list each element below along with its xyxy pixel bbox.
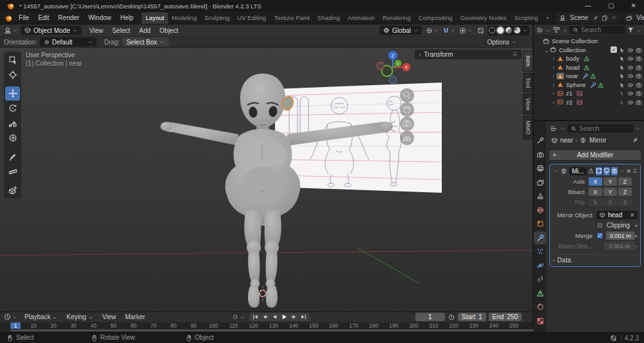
- editor-type-chevron[interactable]: [12, 27, 18, 34]
- axis-x-button[interactable]: X: [589, 177, 602, 186]
- shading-solid-button[interactable]: [497, 27, 504, 34]
- outliner-search-input[interactable]: Search: [569, 26, 625, 34]
- jump-to-start-button[interactable]: [251, 313, 260, 321]
- shading-wireframe-button[interactable]: [489, 27, 495, 34]
- properties-search-input[interactable]: Search: [567, 124, 633, 133]
- pointer-toggle-icon[interactable]: [619, 81, 625, 88]
- xray-toggle-icon[interactable]: [477, 27, 484, 34]
- display-edit-mode-toggle[interactable]: [596, 167, 602, 175]
- filter-funnel-icon[interactable]: [627, 26, 634, 34]
- camera-toggle-icon[interactable]: [636, 81, 642, 88]
- properties-tab-world[interactable]: [534, 204, 546, 217]
- pan-hand-button[interactable]: [400, 103, 414, 117]
- orientation-dropdown[interactable]: Global: [379, 26, 422, 35]
- shading-rendered-button[interactable]: [514, 27, 520, 34]
- workspace-tab-sculpting[interactable]: Sculpting: [200, 12, 233, 24]
- properties-tab-constraints[interactable]: [534, 273, 546, 286]
- outliner-row-scene-collection[interactable]: Scene Collection: [534, 37, 644, 46]
- bisect-y-button[interactable]: Y: [603, 188, 617, 196]
- play-reverse-button[interactable]: [270, 313, 279, 321]
- eye-toggle-icon[interactable]: [627, 64, 634, 71]
- viewlayer-browse-icon[interactable]: [626, 15, 632, 21]
- viewlayer-selector[interactable]: ViewLayer ✕: [623, 13, 644, 23]
- bisect-distance-field[interactable]: 0.001 m: [604, 242, 634, 250]
- workspace-tab-animation[interactable]: Animation: [344, 12, 379, 24]
- auto-keying-button[interactable]: [232, 313, 239, 320]
- display-on-cage-toggle[interactable]: [588, 167, 594, 175]
- properties-tab-texture[interactable]: [534, 315, 546, 328]
- workspace-tab-shading[interactable]: Shading: [314, 12, 344, 24]
- maximize-button[interactable]: ▢: [608, 0, 614, 12]
- gizmo-x-neg[interactable]: [377, 63, 384, 70]
- properties-tab-scene[interactable]: [534, 190, 546, 202]
- workspace-tab-rendering[interactable]: Rendering: [379, 12, 415, 24]
- tool-add-cube-button[interactable]: [5, 183, 20, 197]
- data-subpanel-header[interactable]: › Data: [553, 254, 638, 264]
- camera-view-button[interactable]: [400, 117, 414, 131]
- tool-transform-button[interactable]: [5, 131, 20, 145]
- modifier-close-button[interactable]: ✕: [626, 168, 631, 175]
- pin-scene-icon[interactable]: [591, 14, 600, 23]
- eye-toggle-icon[interactable]: [627, 72, 634, 79]
- tool-cursor-button[interactable]: [5, 68, 20, 82]
- sidebar-tab-item[interactable]: Item: [523, 51, 533, 72]
- add-workspace-tab[interactable]: +: [542, 12, 553, 24]
- properties-tab-tool[interactable]: [534, 134, 546, 147]
- viewport-menu-object[interactable]: Object: [155, 26, 183, 35]
- drag-select-dropdown[interactable]: Select Box: [122, 37, 169, 46]
- sidebar-tab-tool[interactable]: Tool: [523, 73, 533, 93]
- close-button[interactable]: ✕: [631, 0, 636, 12]
- outliner-row-z2[interactable]: › z2: [534, 98, 644, 107]
- scene-browse-icon[interactable]: [559, 14, 566, 21]
- previous-keyframe-button[interactable]: [260, 313, 270, 321]
- properties-tab-material[interactable]: [534, 300, 546, 313]
- scene-selector[interactable]: Scene ✕: [556, 13, 620, 23]
- flip-z-button[interactable]: Z: [618, 198, 632, 206]
- snap-magnet-icon[interactable]: [442, 27, 450, 34]
- jump-to-end-button[interactable]: [299, 313, 308, 321]
- perspective-toggle-button[interactable]: [400, 131, 414, 145]
- menu-help[interactable]: Help: [116, 13, 138, 23]
- viewport-3d[interactable]: Z Y X: [0, 48, 533, 311]
- camera-toggle-icon[interactable]: [636, 72, 642, 79]
- workspace-tab-layout[interactable]: Layout: [142, 12, 168, 24]
- filter-type-icon[interactable]: [553, 26, 560, 34]
- workspace-tab-uv-editing[interactable]: UV Editing: [234, 12, 270, 24]
- eye-toggle-icon[interactable]: [627, 99, 634, 106]
- options-dropdown[interactable]: Options: [484, 37, 521, 46]
- properties-tab-modifiers[interactable]: [534, 231, 546, 244]
- outliner-row-collection[interactable]: ⌄ Collection ✓: [534, 46, 644, 55]
- tool-measure-button[interactable]: [5, 164, 20, 179]
- unlink-scene-button[interactable]: ✕: [609, 14, 618, 23]
- expand-caret[interactable]: ⌄: [544, 46, 549, 54]
- workspace-tab-geometry-nodes[interactable]: Geometry Nodes: [457, 12, 511, 24]
- pointer-toggle-icon[interactable]: [619, 46, 625, 54]
- eye-toggle-icon[interactable]: [627, 90, 634, 97]
- modifier-name-field[interactable]: Mi...: [569, 167, 587, 175]
- tool-move-button[interactable]: [5, 86, 20, 101]
- timeline-menu-marker[interactable]: Marker: [120, 312, 149, 322]
- modifier-extras-chevron[interactable]: [619, 168, 625, 175]
- editor-type-icon[interactable]: [4, 26, 12, 34]
- breadcrumb-modifier[interactable]: Mirror: [589, 137, 606, 144]
- merge-checkbox[interactable]: ✓: [596, 232, 603, 239]
- expand-caret[interactable]: ›: [551, 55, 556, 62]
- timeline-menu-keying[interactable]: Keying: [62, 312, 97, 322]
- zoom-button[interactable]: [400, 88, 414, 103]
- flip-y-button[interactable]: Y: [603, 198, 617, 206]
- play-button[interactable]: [279, 313, 289, 321]
- outliner-row-near[interactable]: › near: [534, 72, 644, 81]
- clear-object-button[interactable]: ✕: [630, 211, 635, 219]
- display-render-toggle[interactable]: [611, 167, 618, 175]
- properties-tab-particles[interactable]: [534, 245, 546, 258]
- pointer-toggle-icon[interactable]: [619, 90, 625, 97]
- workspace-tab-compositing[interactable]: Compositing: [415, 12, 457, 24]
- outliner-row-body[interactable]: › body: [534, 54, 644, 63]
- timeline-menu-view[interactable]: View: [98, 312, 121, 322]
- new-scene-button[interactable]: [600, 14, 609, 23]
- expand-caret[interactable]: ›: [551, 64, 556, 71]
- gizmo-z-neg[interactable]: [390, 77, 397, 84]
- clipping-checkbox[interactable]: [596, 222, 603, 229]
- flip-x-button[interactable]: X: [589, 198, 602, 206]
- camera-toggle-icon[interactable]: [636, 90, 642, 97]
